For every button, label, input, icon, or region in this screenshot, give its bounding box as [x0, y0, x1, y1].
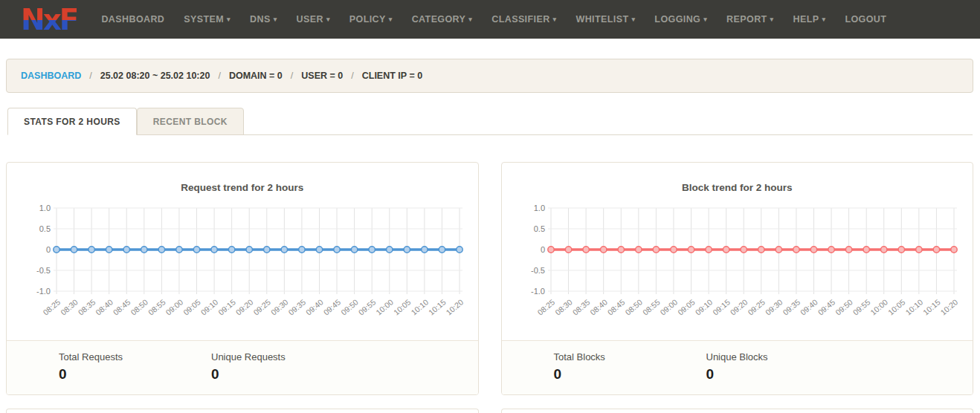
tab-stats-for-2-hours[interactable]: STATS FOR 2 HOURS: [7, 108, 137, 135]
data-point-marker: [457, 247, 462, 253]
data-point-marker: [776, 247, 781, 253]
nav-item-label: CLASSIFIER: [491, 14, 549, 25]
breadcrumb-link-dashboard[interactable]: DASHBOARD: [21, 71, 81, 81]
caret-down-icon: ▾: [326, 16, 330, 23]
stat-unique-blocks: Unique Blocks0: [706, 351, 859, 383]
charts-row: Request trend for 2 hours1.00.50-0.5-1.0…: [6, 162, 973, 395]
data-point-marker: [404, 247, 410, 253]
x-tick-label: 10:05: [886, 297, 907, 316]
x-tick-label: 09:45: [321, 297, 342, 316]
breadcrumb-item-domain-0: DOMAIN = 0: [229, 71, 283, 81]
breadcrumb-item-client-ip-0: CLIENT IP = 0: [362, 71, 422, 81]
data-point-marker: [123, 247, 129, 253]
x-tick-label: 09:30: [269, 297, 290, 316]
y-tick-label: -0.5: [531, 266, 545, 275]
nav-item-label: POLICY: [349, 14, 386, 25]
stat-value: 0: [59, 366, 211, 383]
stat-value: 0: [554, 366, 706, 383]
chart-title: Request trend for 2 hours: [7, 182, 478, 193]
breadcrumb-item-25-02-08-20-25-02-10-20: 25.02 08:20 ~ 25.02 10:20: [100, 71, 210, 81]
chart-stats-footer: Total Requests0Unique Requests0: [7, 340, 478, 394]
nav-item-policy[interactable]: POLICY▾: [340, 14, 402, 25]
data-point-marker: [176, 247, 182, 253]
stat-label: Total Requests: [59, 351, 211, 362]
card-stub: [6, 409, 479, 413]
x-tick-label: 08:40: [94, 297, 115, 316]
nav-item-label: WHITELIST: [576, 14, 628, 25]
data-point-marker: [671, 247, 677, 253]
data-point-marker: [758, 247, 764, 253]
request-trend-for-2-hours-card: Request trend for 2 hours1.00.50-0.5-1.0…: [6, 162, 479, 395]
y-tick-label: -1.0: [531, 287, 545, 296]
top-navbar: NxF DASHBOARDSYSTEM▾DNS▾USER▾POLICY▾CATE…: [0, 0, 980, 39]
x-tick-label: 09:10: [199, 297, 219, 316]
data-point-marker: [71, 247, 77, 253]
x-tick-label: 09:10: [694, 297, 715, 316]
nav-item-system[interactable]: SYSTEM▾: [174, 14, 240, 25]
x-tick-label: 10:00: [374, 297, 395, 316]
breadcrumb-trail: /25.02 08:20 ~ 25.02 10:20/DOMAIN = 0/US…: [81, 71, 422, 81]
stat-total-requests: Total Requests0: [59, 351, 211, 383]
stat-value: 0: [211, 366, 364, 383]
x-tick-label: 09:50: [339, 297, 360, 316]
x-tick-label: 09:55: [851, 297, 872, 316]
nxf-logo[interactable]: NxF: [21, 5, 77, 34]
nav-item-category[interactable]: CATEGORY▾: [402, 14, 483, 25]
nav-item-dns[interactable]: DNS▾: [240, 14, 287, 25]
x-tick-label: 09:20: [729, 297, 749, 316]
data-point-marker: [636, 247, 642, 253]
x-tick-label: 08:55: [641, 297, 662, 316]
data-point-marker: [689, 247, 694, 253]
nav-item-user[interactable]: USER▾: [287, 14, 340, 25]
data-point-marker: [386, 247, 392, 253]
data-point-marker: [741, 247, 747, 253]
nav-item-logout[interactable]: LOGOUT: [835, 14, 896, 25]
y-tick-label: 1.0: [534, 204, 545, 212]
x-tick-label: 08:50: [129, 297, 149, 316]
nav-item-label: DNS: [250, 14, 271, 25]
data-point-marker: [828, 247, 834, 253]
block-trend-for-2-hours-chart: 1.00.50-0.5-1.008:2508:3008:3508:4008:45…: [514, 199, 960, 340]
nav-menu: DASHBOARDSYSTEM▾DNS▾USER▾POLICY▾CATEGORY…: [91, 14, 896, 25]
caret-down-icon: ▾: [553, 16, 557, 23]
x-tick-label: 09:05: [676, 297, 697, 316]
stat-label: Unique Requests: [211, 351, 364, 362]
breadcrumb-separator: /: [89, 71, 91, 81]
nav-item-report[interactable]: REPORT▾: [717, 14, 783, 25]
x-tick-label: 08:40: [588, 297, 609, 316]
x-tick-label: 09:05: [181, 297, 202, 316]
breadcrumb-item-user-0: USER = 0: [301, 71, 343, 81]
y-tick-label: 1.0: [39, 204, 50, 212]
data-point-marker: [846, 247, 852, 253]
data-point-marker: [653, 247, 659, 253]
data-point-marker: [88, 247, 94, 253]
y-tick-label: 0: [46, 245, 51, 254]
x-tick-label: 09:15: [711, 297, 732, 316]
data-point-marker: [316, 247, 322, 253]
data-point-marker: [793, 247, 799, 253]
nav-item-whitelist[interactable]: WHITELIST▾: [566, 14, 645, 25]
x-tick-label: 08:25: [41, 297, 62, 316]
data-point-marker: [228, 247, 234, 253]
nav-item-label: USER: [297, 14, 323, 25]
nav-item-classifier[interactable]: CLASSIFIER▾: [482, 14, 566, 25]
x-tick-label: 08:45: [111, 297, 132, 316]
caret-down-icon: ▾: [822, 16, 825, 23]
tab-recent-block[interactable]: RECENT BLOCK: [137, 108, 244, 135]
x-tick-label: 08:55: [146, 297, 167, 316]
nav-item-dashboard[interactable]: DASHBOARD: [91, 14, 174, 25]
data-point-marker: [263, 247, 269, 253]
x-tick-label: 09:00: [164, 297, 184, 316]
stat-label: Total Blocks: [554, 351, 706, 362]
x-tick-label: 08:35: [76, 297, 97, 316]
x-tick-label: 10:10: [904, 297, 925, 316]
x-tick-label: 10:10: [409, 297, 430, 316]
nav-item-label: LOGOUT: [845, 14, 886, 25]
nav-item-label: SYSTEM: [184, 14, 224, 25]
data-point-marker: [898, 247, 904, 253]
stat-total-blocks: Total Blocks0: [554, 351, 706, 383]
nav-item-help[interactable]: HELP▾: [784, 14, 836, 25]
next-row-card-stubs: [6, 409, 973, 413]
data-point-marker: [583, 247, 589, 253]
nav-item-logging[interactable]: LOGGING▾: [645, 14, 717, 25]
